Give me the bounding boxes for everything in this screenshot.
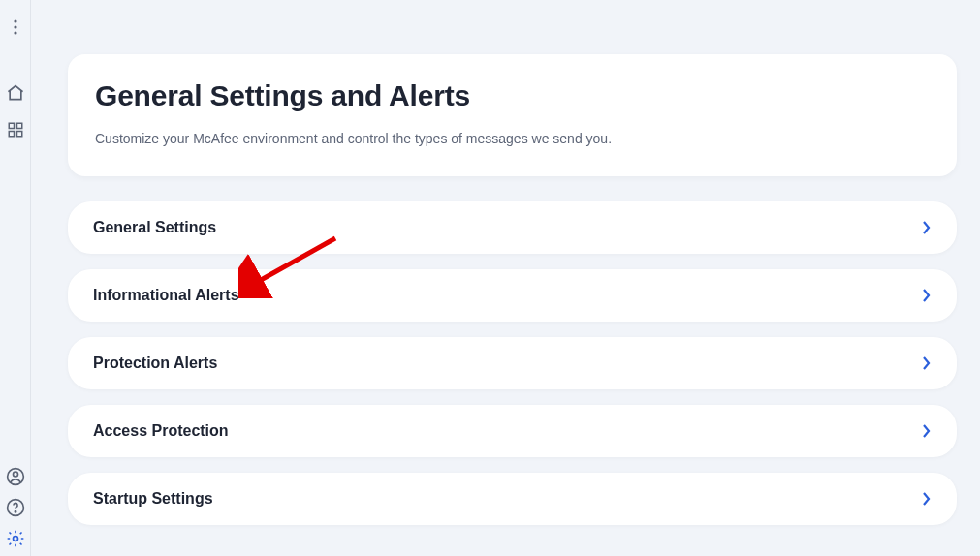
sidebar: [0, 0, 31, 556]
setting-row-startup-settings[interactable]: Startup Settings: [68, 473, 957, 525]
setting-row-general[interactable]: General Settings: [68, 201, 957, 254]
home-icon[interactable]: [6, 83, 25, 103]
svg-point-10: [15, 511, 16, 512]
setting-label: Startup Settings: [93, 490, 213, 508]
svg-point-2: [14, 31, 16, 34]
svg-rect-6: [16, 132, 21, 137]
page-subtitle: Customize your McAfee environment and co…: [95, 130, 930, 149]
svg-point-0: [14, 19, 16, 22]
sidebar-bottom: [6, 467, 25, 548]
svg-point-1: [14, 25, 16, 28]
chevron-right-icon: [922, 492, 932, 506]
svg-rect-5: [9, 132, 14, 137]
help-icon[interactable]: [6, 498, 25, 517]
setting-label: Informational Alerts: [93, 287, 239, 304]
setting-label: Access Protection: [93, 422, 229, 440]
setting-label: General Settings: [93, 219, 216, 236]
settings-gear-icon[interactable]: [6, 529, 25, 548]
chevron-right-icon: [922, 221, 932, 234]
svg-point-11: [13, 537, 17, 541]
chevron-right-icon: [922, 424, 932, 438]
menu-dots-icon[interactable]: [6, 17, 25, 37]
main-content: General Settings and Alerts Customize yo…: [31, 0, 980, 556]
setting-row-protection-alerts[interactable]: Protection Alerts: [68, 337, 957, 389]
page-title: General Settings and Alerts: [95, 79, 930, 112]
sidebar-top: [6, 17, 25, 139]
chevron-right-icon: [922, 356, 932, 370]
svg-point-8: [13, 472, 17, 477]
account-icon[interactable]: [6, 467, 25, 486]
setting-row-informational-alerts[interactable]: Informational Alerts: [68, 269, 957, 322]
apps-grid-icon[interactable]: [6, 120, 25, 139]
svg-rect-3: [9, 123, 14, 128]
setting-label: Protection Alerts: [93, 355, 217, 372]
setting-row-access-protection[interactable]: Access Protection: [68, 405, 957, 457]
svg-rect-4: [16, 123, 21, 128]
chevron-right-icon: [922, 289, 932, 302]
page-header-card: General Settings and Alerts Customize yo…: [68, 54, 957, 176]
